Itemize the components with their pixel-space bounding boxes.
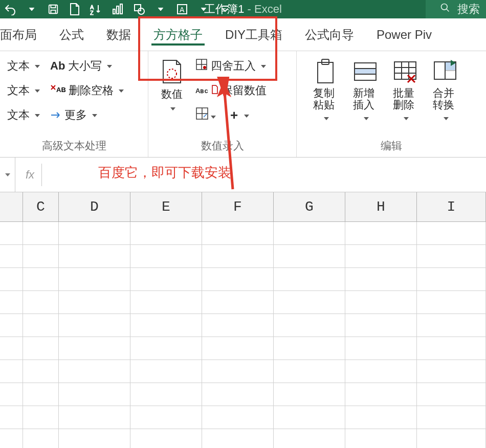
svg-point-14 xyxy=(167,69,176,78)
grid-row[interactable] xyxy=(0,222,486,245)
svg-rect-18 xyxy=(318,62,333,83)
tab-data[interactable]: 数据 xyxy=(95,18,142,51)
svg-point-16 xyxy=(203,66,206,69)
grid-row[interactable] xyxy=(0,337,486,360)
numeric-icon xyxy=(158,57,186,86)
svg-rect-6 xyxy=(135,5,141,11)
quick-access-toolbar: AZ A xyxy=(3,2,232,16)
text-dropdown-1[interactable]: 文本 xyxy=(5,55,41,77)
fx-dropdown[interactable] xyxy=(0,158,15,192)
col-header[interactable]: E xyxy=(130,192,202,221)
save-icon[interactable] xyxy=(46,2,60,16)
cell-edit-icon[interactable] xyxy=(195,107,216,123)
merge-convert-button[interactable]: 合并转换 xyxy=(427,55,463,136)
edit-overflow[interactable] xyxy=(467,55,476,136)
textstyle-icon[interactable]: A xyxy=(175,2,189,16)
tab-formulas[interactable]: 公式 xyxy=(48,18,95,51)
arrow-right-icon xyxy=(50,108,61,122)
search-icon xyxy=(440,3,450,16)
batch-delete-button[interactable]: 批量删除 xyxy=(387,55,424,136)
case-icon: Ab xyxy=(50,59,65,73)
insert-row-icon xyxy=(351,57,380,86)
group-label-text: 高级文本处理 xyxy=(5,136,143,157)
undo-icon[interactable] xyxy=(3,2,17,16)
search-placeholder: 搜索 xyxy=(457,2,480,17)
titlebar: AZ A 工作簿1 - Excel 搜索 xyxy=(0,0,486,18)
svg-rect-0 xyxy=(49,5,58,14)
tab-fangfang[interactable]: 方方格子 xyxy=(142,18,214,51)
svg-rect-3 xyxy=(113,9,115,14)
fx-label[interactable]: fx xyxy=(15,168,41,182)
text-dropdown-3[interactable]: 文本 xyxy=(5,104,41,126)
ribbon: 文本 文本 文本 Ab 大小写 AB 删除空格 更多 高级文本处理 xyxy=(0,51,486,158)
col-header[interactable]: I xyxy=(417,192,486,221)
shape-icon[interactable] xyxy=(132,2,146,16)
spreadsheet-grid[interactable] xyxy=(0,222,486,448)
copy-paste-button[interactable]: 复制粘贴 xyxy=(307,55,344,136)
case-button[interactable]: Ab 大小写 xyxy=(48,55,126,77)
app-name-suffix: - Excel xyxy=(244,3,281,15)
redo-dropdown-icon[interactable] xyxy=(25,2,39,16)
tab-formula-wizard[interactable]: 公式向导 xyxy=(294,18,365,51)
col-header[interactable]: F xyxy=(202,192,274,221)
ribbon-tabs: 面布局 公式 数据 方方格子 DIY工具箱 公式向导 Power Piv xyxy=(0,18,486,51)
col-header[interactable]: C xyxy=(23,192,59,221)
svg-text:Z: Z xyxy=(90,10,94,15)
tab-diy-toolbox[interactable]: DIY工具箱 xyxy=(214,18,294,51)
grid-row[interactable] xyxy=(0,360,486,383)
doc-red-icon xyxy=(211,84,218,97)
svg-rect-23 xyxy=(355,69,376,74)
grid-row[interactable] xyxy=(0,268,486,291)
qat-overflow-icon[interactable] xyxy=(218,2,232,16)
grid-row[interactable] xyxy=(0,429,486,448)
abc-icon: Aʙc xyxy=(195,87,208,95)
tab-page-layout[interactable]: 面布局 xyxy=(0,18,48,51)
column-headers: C D E F G H I xyxy=(0,192,486,222)
trim-spaces-button[interactable]: AB 删除空格 xyxy=(48,80,126,101)
round-icon xyxy=(195,58,208,74)
plus-icon[interactable]: + xyxy=(230,107,249,123)
select-all-corner[interactable] xyxy=(0,192,23,221)
grid-row[interactable] xyxy=(0,383,486,406)
grid-row[interactable] xyxy=(0,245,486,268)
annotation-text: 百度它，即可下载安装 xyxy=(42,164,486,186)
tab-power-pivot[interactable]: Power Piv xyxy=(365,18,443,51)
merge-icon xyxy=(431,57,459,86)
round-button[interactable]: 四舍五入 xyxy=(193,55,269,77)
svg-point-10 xyxy=(441,4,448,10)
grid-row[interactable] xyxy=(0,314,486,337)
col-header[interactable]: G xyxy=(274,192,345,221)
group-label-num: 数值录入 xyxy=(153,136,291,157)
insert-button[interactable]: 新增插入 xyxy=(347,55,384,136)
keep-value-button[interactable]: Aʙc 保留数值 xyxy=(193,80,269,101)
textstyle-dropdown-icon[interactable] xyxy=(196,2,211,16)
new-doc-icon[interactable] xyxy=(68,2,82,16)
search-box[interactable]: 搜索 xyxy=(426,0,486,18)
svg-text:A: A xyxy=(180,6,185,14)
shape-dropdown-icon[interactable] xyxy=(153,2,168,16)
clipboard-icon xyxy=(311,57,340,86)
svg-rect-5 xyxy=(120,4,122,14)
formula-bar: fx 百度它，即可下载安装 xyxy=(0,158,486,192)
delete-grid-icon xyxy=(391,57,419,86)
grid-row[interactable] xyxy=(0,406,486,429)
more-button[interactable]: 更多 xyxy=(48,104,126,126)
svg-text:AB: AB xyxy=(56,86,65,94)
sort-icon[interactable]: AZ xyxy=(89,2,103,16)
text-dropdown-2[interactable]: 文本 xyxy=(5,80,41,101)
group-label-edit: 编辑 xyxy=(302,136,481,157)
chart-icon[interactable] xyxy=(111,2,125,16)
col-header[interactable]: D xyxy=(59,192,130,221)
trim-icon: AB xyxy=(50,84,65,97)
chevron-down-icon xyxy=(259,59,266,73)
grid-row[interactable] xyxy=(0,291,486,314)
numeric-button[interactable]: 数值 xyxy=(153,55,190,136)
svg-rect-4 xyxy=(117,6,119,14)
col-header[interactable]: H xyxy=(345,192,417,221)
